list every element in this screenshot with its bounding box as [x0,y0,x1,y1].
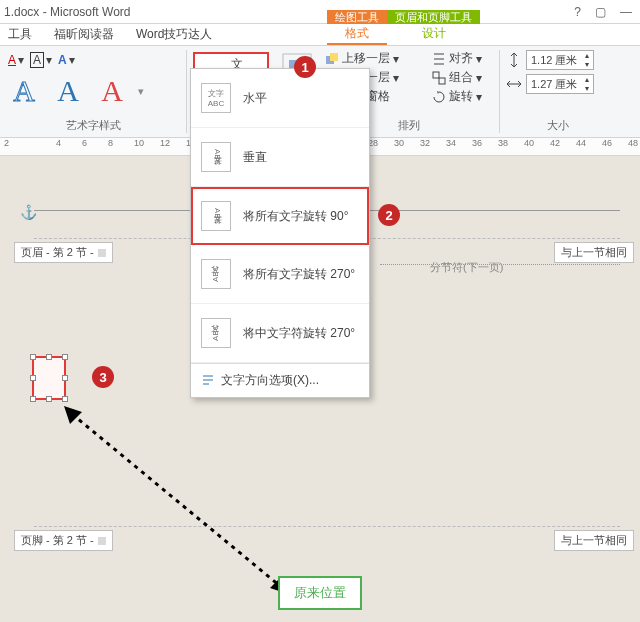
context-sub-format[interactable]: 格式 [327,24,387,45]
height-input[interactable]: 1.12 厘米▴▾ [526,50,594,70]
svg-rect-5 [330,53,338,61]
window-controls: ? ▢ — [574,5,636,19]
dd-cjk-270[interactable]: 文ABC 将中文字符旋转 270° [191,304,369,363]
text-effects-button[interactable]: A ▾ [56,50,77,70]
same-as-previous-footer: 与上一节相同 [554,530,634,551]
callout-2: 2 [378,204,400,226]
same-as-previous-header: 与上一节相同 [554,242,634,263]
gallery-more-icon[interactable]: ▾ [138,85,144,98]
ribbon-collapse-icon[interactable]: ▢ [595,5,606,19]
width-icon [506,76,522,92]
minimize-icon[interactable]: — [620,5,632,19]
height-icon [506,52,522,68]
original-position-label: 原来位置 [278,576,362,610]
help-icon[interactable]: ? [574,5,581,19]
wordart-style-1[interactable]: A [6,74,42,108]
dd-options[interactable]: 文字方向选项(X)... [191,363,369,397]
context-tab-drawing[interactable]: 绘图工具 格式 [327,10,387,45]
selected-textbox[interactable] [32,356,66,400]
text-direction-dropdown: 文字ABC 水平 文字ABC 垂直 文字ABC 将所有文字旋转 90° 文ABC… [190,68,370,398]
wordart-style-2[interactable]: A [50,74,86,108]
header-section-label: 页眉 - 第 2 节 - [14,242,113,263]
context-header-drawing: 绘图工具 [327,10,387,24]
text-direction-options-icon [201,374,215,388]
svg-rect-9 [439,78,445,84]
dd-horizontal[interactable]: 文字ABC 水平 [191,69,369,128]
context-sub-design[interactable]: 设计 [387,24,480,43]
group-button[interactable]: 组合 ▾ [432,69,493,86]
rotate-button[interactable]: 旋转 ▾ [432,88,493,105]
bring-forward-button[interactable]: 上移一层 ▾ [325,50,410,67]
group-wordart-styles: A ▾ A ▾ A ▾ A A A ▾ 艺术字样式 [0,46,186,137]
dashed-arrow [60,402,300,602]
anchor-icon: ⚓ [20,204,37,220]
svg-line-11 [72,414,280,586]
context-header-hf: 页眉和页脚工具 [387,10,480,24]
callout-3: 3 [92,366,114,388]
width-input[interactable]: 1.27 厘米▴▾ [526,74,594,94]
text-fill-button[interactable]: A ▾ [6,50,26,70]
section-break-label: 分节符(下一页) [430,260,503,275]
window-title: 1.docx - Microsoft Word [4,5,130,19]
wordart-style-3[interactable]: A [94,74,130,108]
dd-rotate-270[interactable]: 文ABC 将所有文字旋转 270° [191,245,369,304]
group-label-size: 大小 [506,118,610,135]
title-bar: 1.docx - Microsoft Word ? ▢ — [0,0,640,24]
group-size: 1.12 厘米▴▾ 1.27 厘米▴▾ 大小 [500,46,616,137]
dd-rotate-90[interactable]: 文字ABC 将所有文字旋转 90° [191,187,369,245]
text-outline-button[interactable]: A ▾ [28,50,54,70]
svg-rect-8 [433,72,439,78]
ribbon-tab-row: 工具 福昕阅读器 Word技巧达人 绘图工具 格式 页眉和页脚工具 设计 [0,24,640,46]
dd-vertical[interactable]: 文字ABC 垂直 [191,128,369,187]
context-tab-headerfooter[interactable]: 页眉和页脚工具 设计 [387,10,480,45]
tab-tool[interactable]: 工具 [6,24,34,45]
group-label-wordart: 艺术字样式 [6,118,180,135]
tab-wordtech[interactable]: Word技巧达人 [134,24,214,45]
tab-foxit[interactable]: 福昕阅读器 [52,24,116,45]
align-button[interactable]: 对齐 ▾ [432,50,493,67]
callout-1: 1 [294,56,316,78]
